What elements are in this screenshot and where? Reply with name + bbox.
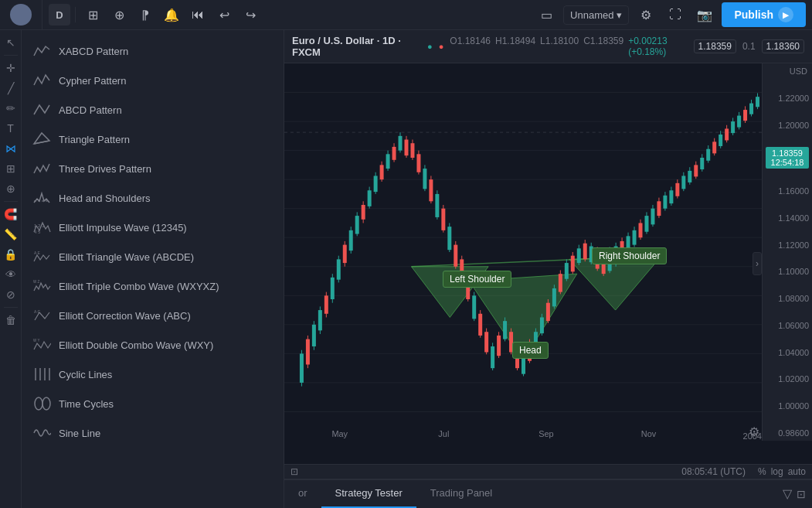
chart-main[interactable]: May Jul Sep Nov USD 1.22000 1.20000 1.18… xyxy=(284,63,812,464)
tab-or[interactable]: or xyxy=(284,480,321,508)
trash-icon[interactable]: 🗑 xyxy=(2,311,20,329)
menu-label-elliott-triple: Elliott Triple Combo Wave (WXYXZ) xyxy=(59,281,219,292)
play-icon: ▶ xyxy=(778,7,793,22)
menu-item-elliott-triangle[interactable]: A E Elliott Triangle Wave (ABCDE) xyxy=(22,242,284,271)
chart-container: Euro / U.S. Dollar · 1D · FXCM ● ● O1.18… xyxy=(284,30,812,508)
price-1100: 1.10000 xyxy=(766,267,809,276)
timestamp: 08:05:41 (UTC) xyxy=(681,466,746,477)
elliott-impulse-icon: 1 2 3 4 5 xyxy=(32,218,51,237)
undo-button[interactable]: ↩ xyxy=(212,2,236,27)
toolbar-right: ▭ Unnamed ▾ ⚙ ⛶ 📷 Publish ▶ xyxy=(534,2,812,27)
erase-icon[interactable]: ⊘ xyxy=(2,285,20,304)
logo-area xyxy=(0,0,42,29)
fullscreen-button[interactable]: ⛶ xyxy=(663,2,688,27)
redo-button[interactable]: ↪ xyxy=(238,2,263,27)
elliott-triangle-icon: A E xyxy=(32,247,51,266)
price-1020: 1.02000 xyxy=(766,374,809,384)
chart-settings-icon[interactable]: ⚙ xyxy=(749,424,759,439)
screenshot-button[interactable]: 📷 xyxy=(692,2,717,27)
logo[interactable] xyxy=(10,4,32,26)
publish-label: Publish xyxy=(734,9,773,21)
indicator-templates-button[interactable]: ⁋ xyxy=(133,2,158,27)
menu-item-three-drives[interactable]: Three Drives Pattern xyxy=(22,154,284,183)
zoom-icon[interactable]: ⊕ xyxy=(2,179,20,198)
cursor-icon[interactable]: ↖ xyxy=(2,33,20,52)
menu-item-elliott-double[interactable]: W Y Elliott Double Combo Wave (WXY) xyxy=(22,330,284,360)
bottom-status-row: ⊡ 08:05:41 (UTC) % log auto xyxy=(284,465,812,479)
menu-item-triangle[interactable]: Triangle Pattern xyxy=(22,124,284,154)
price-1160: 1.16000 xyxy=(766,186,809,196)
toolbar-items: D ⊞ ⊕ ⁋ 🔔 ⏮ ↩ ↪ xyxy=(42,2,534,27)
auto-label[interactable]: auto xyxy=(788,466,806,477)
svg-text:W Y: W Y xyxy=(33,339,39,343)
sidebar-sep-3 xyxy=(4,307,18,308)
live-indicator: ● xyxy=(427,42,433,51)
chart-name-button[interactable]: Unnamed ▾ xyxy=(563,5,629,25)
right-shoulder-label: Right Shoulder xyxy=(592,247,667,264)
sidebar-sep-2 xyxy=(4,201,18,202)
timeframe-button[interactable]: D xyxy=(49,4,70,26)
menu-label-three-drives: Three Drives Pattern xyxy=(59,163,151,175)
svg-point-14 xyxy=(42,397,50,410)
text-icon[interactable]: T xyxy=(2,119,20,138)
price-change: +0.00213 (+0.18%) xyxy=(628,36,687,57)
bottom-tabs: or Strategy Tester Trading Panel ▽ ⊡ xyxy=(284,479,812,508)
open-price: O1.18146 xyxy=(450,36,491,57)
settings-button[interactable]: ⚙ xyxy=(634,2,658,27)
publish-button[interactable]: Publish ▶ xyxy=(722,2,806,27)
menu-item-elliott-triple[interactable]: W Z Elliott Triple Combo Wave (WXYXZ) xyxy=(22,271,284,301)
menu-label-triangle: Triangle Pattern xyxy=(59,134,130,145)
tab-strategy-tester[interactable]: Strategy Tester xyxy=(321,480,416,508)
sine-icon xyxy=(32,424,51,442)
expand-panel-button[interactable]: ⊡ xyxy=(797,488,806,500)
eye-icon[interactable]: 👁 xyxy=(2,265,20,284)
percent-label[interactable]: % xyxy=(758,466,766,477)
menu-item-cypher[interactable]: Cypher Pattern xyxy=(22,66,284,95)
main-layout: ↖ ✛ ╱ ✏ T ⋈ ⊞ ⊕ 🧲 📏 🔒 👁 ⊘ 🗑 XABCD Patter… xyxy=(0,30,812,508)
menu-item-time-cycles[interactable]: Time Cycles xyxy=(22,389,284,418)
menu-item-xabcd[interactable]: XABCD Pattern xyxy=(22,36,284,66)
price-badge-2[interactable]: 1.18360 xyxy=(762,39,804,53)
price-badge-1[interactable]: 1.18359 xyxy=(694,39,736,53)
menu-label-elliott-triangle: Elliott Triangle Wave (ABCDE) xyxy=(59,251,194,263)
elliott-double-icon: W Y xyxy=(32,336,51,354)
magnet-icon[interactable]: 🧲 xyxy=(2,205,20,223)
price-1220: 1.22000 xyxy=(766,94,809,103)
sidebar-sep-1 xyxy=(4,55,18,56)
menu-label-head-shoulders: Head and Shoulders xyxy=(59,193,151,204)
add-indicator-button[interactable]: ⊕ xyxy=(107,2,131,27)
chart-svg: May Jul Sep Nov xyxy=(284,63,762,441)
lock-icon[interactable]: 🔒 xyxy=(2,245,20,264)
menu-item-cyclic[interactable]: Cyclic Lines xyxy=(22,360,284,389)
alert-button[interactable]: 🔔 xyxy=(159,2,184,27)
pen-icon[interactable]: ✏ xyxy=(2,99,20,118)
price-1040: 1.04000 xyxy=(766,348,809,357)
pattern-icon[interactable]: ⋈ xyxy=(2,139,20,158)
svg-text:Sep: Sep xyxy=(539,430,554,439)
bar-replay-button[interactable]: ⏮ xyxy=(185,2,210,27)
bottom-icon[interactable]: ⊡ xyxy=(290,466,298,477)
log-label[interactable]: log xyxy=(771,466,783,477)
ohlc-info: O1.18146 H1.18494 L1.18100 C1.18359 +0.0… xyxy=(450,36,687,57)
chart-type-button[interactable]: ⊞ xyxy=(80,2,105,27)
tab-trading-panel[interactable]: Trading Panel xyxy=(416,480,506,508)
trend-line-icon[interactable]: ╱ xyxy=(2,79,20,97)
menu-label-elliott-impulse: Elliott Impulse Wave (12345) xyxy=(59,222,187,234)
crosshair-icon[interactable]: ✛ xyxy=(2,59,20,77)
head-label: Head xyxy=(512,342,549,359)
elliott-triple-icon: W Z xyxy=(32,277,51,295)
price-scale: USD 1.22000 1.20000 1.18359 12:54:18 1.1… xyxy=(762,63,812,441)
measure-icon[interactable]: ⊞ xyxy=(2,159,20,178)
price-1200: 1.20000 xyxy=(766,121,809,130)
menu-item-elliott-correction[interactable]: A C Elliott Correction Wave (ABC) xyxy=(22,301,284,330)
minimize-panel-button[interactable]: ▽ xyxy=(783,486,792,501)
menu-item-abcd[interactable]: ABCD Pattern xyxy=(22,95,284,124)
menu-item-sine[interactable]: Sine Line xyxy=(22,418,284,448)
menu-item-elliott-impulse[interactable]: 1 2 3 4 5 Elliott Impulse Wave (12345) xyxy=(22,213,284,242)
ruler-icon[interactable]: 📏 xyxy=(2,225,20,244)
layout-button[interactable]: ▭ xyxy=(534,2,559,27)
chevron-down-icon: ▾ xyxy=(617,9,622,21)
price-sep: 0.1 xyxy=(742,41,756,52)
collapse-panel-button[interactable]: › xyxy=(753,252,762,275)
menu-item-head-shoulders[interactable]: Head and Shoulders xyxy=(22,183,284,213)
